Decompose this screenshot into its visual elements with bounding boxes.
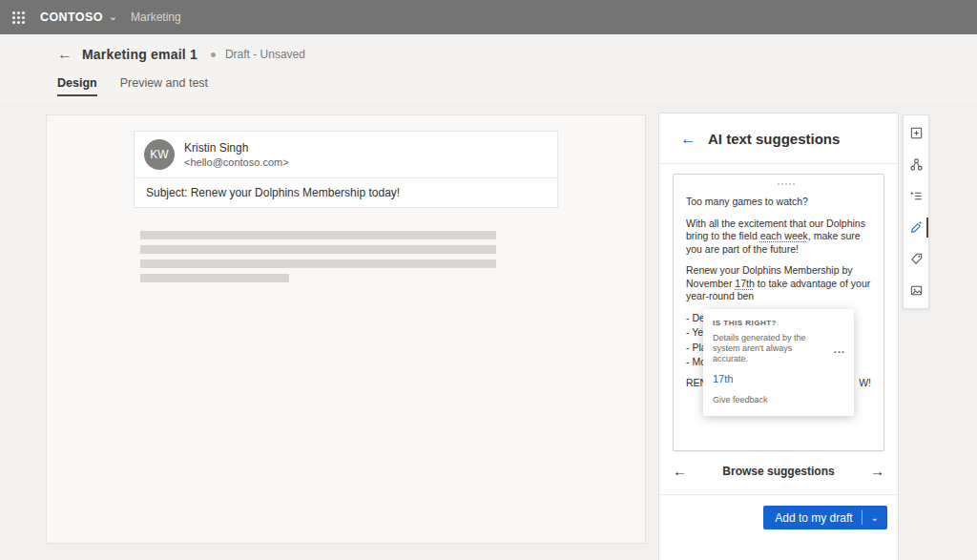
placeholder-bar xyxy=(140,259,496,268)
right-tool-rail xyxy=(903,114,929,309)
main-area: KW Kristin Singh <hello@contoso.com> Sub… xyxy=(0,105,977,560)
panel-back-arrow-icon[interactable]: ← xyxy=(680,131,696,147)
status-dot xyxy=(211,52,216,57)
drag-handle-icon[interactable] xyxy=(686,179,871,187)
personalize-icon[interactable] xyxy=(904,149,928,180)
split-button-divider xyxy=(862,510,863,525)
sender-meta: Kristin Singh <hello@contoso.com> xyxy=(184,141,289,168)
email-body-placeholder xyxy=(140,231,496,282)
panel-action-row: Add to my draft ⌄ xyxy=(659,495,898,529)
placeholder-bar xyxy=(140,245,496,254)
tooltip-body: Details generated by the system aren't a… xyxy=(713,333,821,364)
tab-preview-and-test[interactable]: Preview and test xyxy=(120,76,208,96)
ai-flagged-term[interactable]: each week xyxy=(760,230,808,241)
ai-flagged-term[interactable]: 17th xyxy=(735,278,754,289)
next-suggestion-arrow-icon[interactable]: → xyxy=(870,464,884,478)
selected-tool-indicator xyxy=(926,218,928,238)
email-sender-row: KW Kristin Singh <hello@contoso.com> xyxy=(135,132,557,177)
browse-suggestions-row: ← Browse suggestions → xyxy=(673,464,884,478)
top-app-bar: CONTOSO ⌄ Marketing xyxy=(0,0,977,34)
ai-accuracy-tooltip: IS THIS RIGHT? Details generated by the … xyxy=(703,309,854,416)
ai-suggestions-panel: ← AI text suggestions Too many games to … xyxy=(658,113,899,560)
avatar: KW xyxy=(144,139,175,170)
ai-panel-title: AI text suggestions xyxy=(708,131,840,147)
suggestion-text: W! xyxy=(859,377,871,390)
tooltip-title: IS THIS RIGHT? xyxy=(713,317,844,330)
email-subject-field[interactable]: Subject: Renew your Dolphins Membership … xyxy=(135,177,557,207)
add-to-draft-button[interactable]: Add to my draft ⌄ xyxy=(763,506,887,529)
app-section-label: Marketing xyxy=(131,10,181,24)
sender-email: <hello@contoso.com> xyxy=(184,156,289,168)
tag-icon[interactable] xyxy=(904,243,928,275)
ai-pen-icon[interactable] xyxy=(904,212,928,243)
add-to-draft-label: Add to my draft xyxy=(775,511,852,525)
tooltip-flagged-value[interactable]: 17th xyxy=(713,373,844,386)
email-canvas[interactable]: KW Kristin Singh <hello@contoso.com> Sub… xyxy=(46,114,646,544)
browse-suggestions-label: Browse suggestions xyxy=(722,465,834,478)
placeholder-bar xyxy=(140,274,289,282)
brand-name[interactable]: CONTOSO xyxy=(40,10,103,24)
ai-panel-header: ← AI text suggestions xyxy=(659,114,898,164)
sender-name: Kristin Singh xyxy=(184,141,289,155)
image-icon[interactable] xyxy=(904,275,928,306)
suggestion-paragraph-2: With all the excitement that our Dolphin… xyxy=(686,218,871,257)
add-element-icon[interactable] xyxy=(904,117,928,149)
tab-design[interactable]: Design xyxy=(57,76,97,96)
suggestion-card[interactable]: Too many games to watch? With all the ex… xyxy=(673,174,884,451)
page-header: ← Marketing email 1 Draft - Unsaved xyxy=(0,34,977,62)
page-title: Marketing email 1 xyxy=(82,47,197,62)
chevron-down-icon[interactable]: ⌄ xyxy=(871,512,879,523)
back-arrow-icon[interactable]: ← xyxy=(57,47,73,62)
chevron-down-icon[interactable]: ⌄ xyxy=(109,10,117,23)
previous-suggestion-arrow-icon[interactable]: ← xyxy=(673,464,687,478)
tab-bar: Design Preview and test xyxy=(0,62,977,96)
suggestion-paragraph-3: Renew your Dolphins Membership by Novemb… xyxy=(686,264,871,303)
placeholder-bar xyxy=(140,231,496,239)
more-options-icon[interactable]: ... xyxy=(834,343,845,357)
give-feedback-link[interactable]: Give feedback xyxy=(713,394,844,407)
waffle-icon[interactable] xyxy=(0,0,36,34)
waffle-dots xyxy=(12,11,15,14)
content-ideas-icon[interactable] xyxy=(904,180,928,212)
status-text: Draft - Unsaved xyxy=(225,48,305,61)
email-header-card: KW Kristin Singh <hello@contoso.com> Sub… xyxy=(134,131,558,208)
drag-dots xyxy=(778,183,780,185)
page-header-band: ← Marketing email 1 Draft - Unsaved Desi… xyxy=(0,34,977,105)
suggestion-paragraph-1: Too many games to watch? xyxy=(686,196,871,209)
